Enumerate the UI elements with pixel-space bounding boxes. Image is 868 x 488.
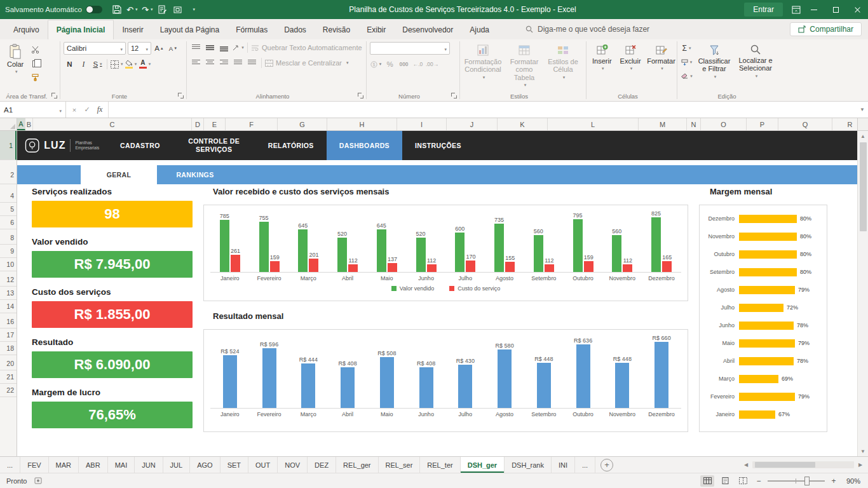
sheet-tab-mai[interactable]: MAI [108,457,135,473]
number-format-combo[interactable] [370,42,450,55]
row-header-6[interactable]: 6 [0,216,17,229]
name-box[interactable]: A1 [0,102,66,118]
minimize-button[interactable] [803,0,825,19]
row-header-8[interactable]: 8 [0,231,17,245]
clipboard-dialog-launcher[interactable] [51,93,58,99]
align-center-button[interactable] [204,57,216,69]
ribbon-tab-revisao[interactable]: Revisão [315,20,358,39]
zoom-level[interactable]: 90% [843,477,860,485]
ribbon-tab-inserir[interactable]: Inserir [114,20,151,39]
formula-input[interactable] [109,102,857,118]
ribbon-tab-desenvolvedor[interactable]: Desenvolvedor [394,20,461,39]
zoom-in-button[interactable]: + [829,476,839,486]
row-header-10[interactable]: 10 [0,258,17,271]
insert-cells-button[interactable]: Inserir [590,42,614,73]
fill-color-button[interactable] [125,58,137,70]
row-header-12[interactable]: 12 [0,273,17,287]
percent-style-button[interactable]: % [384,58,396,70]
zoom-slider-thumb[interactable] [804,477,810,485]
delete-cells-button[interactable]: Excluir [618,42,644,73]
wrap-text-button[interactable]: Quebrar Texto Automaticamente [251,42,362,53]
maximize-button[interactable] [825,0,846,19]
format-cells-button[interactable]: Formatar [647,42,676,73]
nav-item-relatorios[interactable]: RELATÓRIOS [255,131,327,160]
zoom-slider[interactable] [768,480,825,482]
column-header-d[interactable]: D [192,118,204,130]
vertical-scroll-thumb[interactable] [860,142,867,231]
chart-margem-mensal[interactable]: Dezembro80%Novembro80%Outubro80%Setembro… [699,205,827,432]
select-all-button[interactable] [0,118,17,130]
sheet-tab-dsh-ger[interactable]: DSH_ger [461,457,505,473]
number-dialog-launcher[interactable] [451,93,458,99]
orientation-button[interactable] [232,42,244,53]
row-header-17[interactable]: 17 [0,329,17,342]
ribbon-tab-layout-da-pagina[interactable]: Layout da Página [152,20,227,39]
page-break-view-button[interactable] [736,475,750,487]
sheet-tab-mar[interactable]: MAR [49,457,79,473]
italic-button[interactable]: I [78,58,90,70]
column-header-f[interactable]: F [226,118,278,130]
column-header-b[interactable]: B [25,118,33,130]
decrease-font-size-button[interactable]: A▼ [167,43,179,54]
sheet-tab-rel-ger[interactable]: REL_ger [336,457,378,473]
formula-bar-expand-button[interactable]: ▼ [857,102,868,118]
page-layout-view-button[interactable] [718,475,732,487]
bold-button[interactable]: N [64,58,76,70]
horizontal-scrollbar[interactable]: ◀ ▶ [741,457,868,473]
ribbon-tab-arquivo[interactable]: Arquivo [5,20,48,39]
increase-decimal-button[interactable]: ←.0 [412,58,424,70]
accounting-format-button[interactable]: $ [370,58,382,70]
sheet-tab-nov[interactable]: NOV [278,457,308,473]
enter-button[interactable]: ✓ [81,104,93,116]
font-name-combo[interactable]: Calibri [64,42,126,55]
tell-me-search[interactable]: Diga-me o que você deseja fazer [526,25,649,34]
sheet-tab-overflow-left[interactable]: ... [0,457,20,473]
column-header-r[interactable]: R [832,118,857,130]
row-header-18[interactable]: 18 [0,342,17,355]
sheet-tab-rel-ter[interactable]: REL_ter [420,457,460,473]
paste-button[interactable]: Colar [4,42,26,76]
align-middle-button[interactable] [204,42,216,53]
conditional-formatting-button[interactable]: Formatação Condicional [463,42,503,81]
row-header-2[interactable]: 2 [0,165,17,184]
font-color-button[interactable]: A [139,58,151,70]
nav-item-cadastro[interactable]: CADASTRO [107,131,173,160]
column-header-q[interactable]: Q [778,118,832,130]
undo-button[interactable]: ↶ [125,1,139,18]
share-button[interactable]: Compartilhar [790,22,862,36]
increase-indent-button[interactable] [246,57,258,69]
ribbon-tab-formulas[interactable]: Fórmulas [227,20,276,39]
ribbon-tab-pagina-inicial[interactable]: Página Inicial [48,20,114,39]
macro-record-icon[interactable] [34,477,42,484]
row-header-4[interactable]: 4 [0,189,17,203]
row-header-14[interactable]: 14 [0,300,17,313]
row-header-5[interactable]: 5 [0,203,17,216]
nav-item-dashboards[interactable]: DASHBOARDS [327,131,402,160]
sheet-tab-out[interactable]: OUT [248,457,278,473]
scroll-down-arrow[interactable]: ▼ [858,446,868,456]
borders-button[interactable] [111,58,123,70]
sheet-tab-fev[interactable]: FEV [20,457,48,473]
row-header-13[interactable]: 13 [0,287,17,300]
row-header-16[interactable]: 16 [0,315,17,329]
decrease-indent-button[interactable] [232,57,244,69]
decrease-decimal-button[interactable]: .00→ [426,58,438,70]
row-header-22[interactable]: 22 [0,384,17,397]
copy-button[interactable] [29,58,41,69]
row-header-21[interactable]: 21 [0,370,17,384]
horizontal-scroll-thumb[interactable] [755,462,815,468]
sheet-tab-dez[interactable]: DEZ [308,457,336,473]
merge-center-button[interactable]: Mesclar e Centralizar [265,57,348,69]
column-header-k[interactable]: K [498,118,548,130]
find-select-button[interactable]: Localizar e Selecionar [736,42,775,80]
ribbon-display-options-button[interactable] [789,1,803,18]
chart-resultado-mensal[interactable]: R$ 524R$ 596R$ 444R$ 408R$ 508R$ 408R$ 4… [203,329,688,432]
row-header-9[interactable]: 9 [0,245,17,258]
column-header-c[interactable]: C [33,118,192,130]
cancel-button[interactable]: × [69,104,80,116]
ribbon-tab-ajuda[interactable]: Ajuda [461,20,498,39]
align-right-button[interactable] [218,57,230,69]
column-header-e[interactable]: E [204,118,226,130]
underline-button[interactable]: S [92,58,104,70]
normal-view-button[interactable] [700,475,714,487]
